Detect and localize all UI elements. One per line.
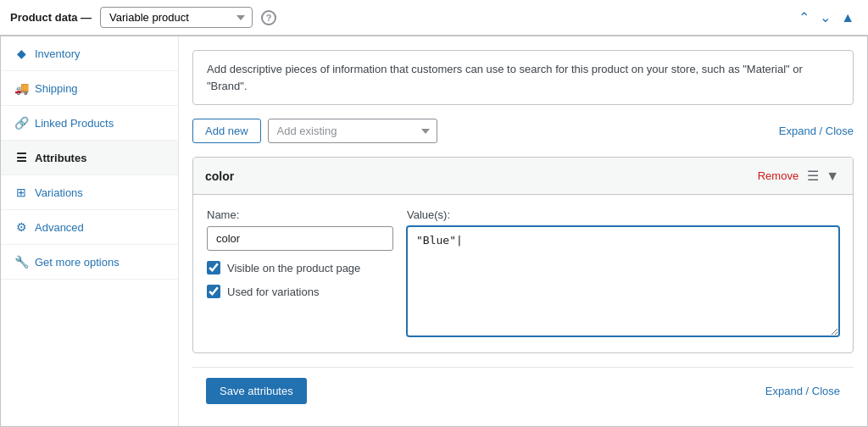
truck-icon: 🚚 (14, 81, 28, 95)
sidebar-item-linked-products-label: Linked Products (35, 117, 114, 130)
sidebar-item-inventory[interactable]: ◆ Inventory (1, 36, 178, 71)
info-text: Add descriptive pieces of information th… (207, 63, 803, 92)
expand-button[interactable]: ▲ (837, 8, 858, 27)
collapse-up-button[interactable]: ⌃ (795, 8, 813, 27)
grid-icon: ⊞ (14, 186, 28, 199)
save-attributes-button[interactable]: Save attributes (206, 378, 307, 404)
add-new-button[interactable]: Add new (192, 119, 261, 143)
help-icon[interactable]: ? (261, 10, 276, 25)
product-data-title: Product data — (10, 11, 92, 24)
diamond-icon: ◆ (14, 47, 28, 60)
attribute-name-input[interactable] (207, 226, 393, 251)
attribute-card-body: Name: Visible on the product page Used f… (193, 195, 853, 352)
bottom-toolbar: Save attributes Expand / Close (192, 367, 854, 414)
visible-label: Visible on the product page (227, 262, 360, 274)
remove-attribute-link[interactable]: Remove (758, 169, 798, 182)
sidebar-item-variations[interactable]: ⊞ Variations (1, 175, 178, 210)
attribute-card: color Remove ☰ ▼ Name: Visible on the pr… (192, 157, 854, 353)
card-icons: ☰ ▼ (805, 166, 841, 186)
add-existing-select[interactable]: Add existing (268, 119, 437, 143)
sidebar-item-get-more-options[interactable]: 🔧 Get more options (1, 245, 178, 280)
sidebar-item-attributes[interactable]: ☰ Attributes (1, 141, 178, 175)
sidebar-item-advanced-label: Advanced (35, 221, 84, 234)
sidebar-item-linked-products[interactable]: 🔗 Linked Products (1, 106, 178, 141)
list-icon: ☰ (14, 151, 28, 164)
link-icon: 🔗 (14, 116, 28, 130)
sidebar-item-get-more-options-label: Get more options (35, 256, 120, 269)
toolbar-row: Add new Add existing Expand / Close (192, 119, 854, 143)
expand-close-top-link[interactable]: Expand / Close (779, 125, 854, 137)
gear-icon: ⚙ (14, 220, 28, 234)
sidebar-item-shipping-label: Shipping (35, 82, 78, 95)
attributes-panel: Add descriptive pieces of information th… (179, 36, 867, 426)
main-content: ◆ Inventory 🚚 Shipping 🔗 Linked Products… (0, 36, 868, 427)
expand-close-bottom-link[interactable]: Expand / Close (765, 385, 840, 397)
attribute-values-textarea[interactable]: "Blue"| (407, 226, 839, 336)
attribute-left-column: Name: Visible on the product page Used f… (207, 208, 393, 339)
attribute-card-name: color (205, 169, 758, 183)
sidebar-item-inventory-label: Inventory (35, 47, 80, 60)
sidebar-item-shipping[interactable]: 🚚 Shipping (1, 71, 178, 106)
name-field-label: Name: (207, 208, 393, 221)
sidebar-item-variations-label: Variations (35, 186, 83, 199)
product-data-container: Product data — Variable product ? ⌃ ⌄ ▲ … (0, 0, 868, 427)
visible-checkbox[interactable] (207, 261, 220, 274)
collapse-down-button[interactable]: ⌄ (816, 8, 834, 27)
visible-checkbox-row: Visible on the product page (207, 261, 393, 274)
header-arrows: ⌃ ⌄ ▲ (795, 8, 858, 27)
values-field-label: Value(s): (407, 208, 839, 221)
attribute-right-column: Value(s): "Blue"| (407, 208, 839, 339)
sidebar-item-advanced[interactable]: ⚙ Advanced (1, 210, 178, 245)
attribute-card-header: color Remove ☰ ▼ (193, 158, 853, 195)
sidebar-item-attributes-label: Attributes (35, 152, 86, 164)
chevron-down-icon-button[interactable]: ▼ (824, 167, 841, 186)
hamburger-icon-button[interactable]: ☰ (805, 166, 821, 186)
sidebar: ◆ Inventory 🚚 Shipping 🔗 Linked Products… (1, 36, 179, 426)
info-box: Add descriptive pieces of information th… (192, 50, 854, 105)
wrench-icon: 🔧 (14, 255, 28, 269)
product-data-header: Product data — Variable product ? ⌃ ⌄ ▲ (0, 0, 868, 36)
product-type-select[interactable]: Variable product (100, 7, 253, 28)
variations-label: Used for variations (227, 286, 319, 298)
variations-checkbox[interactable] (207, 285, 220, 298)
variations-checkbox-row: Used for variations (207, 285, 393, 298)
